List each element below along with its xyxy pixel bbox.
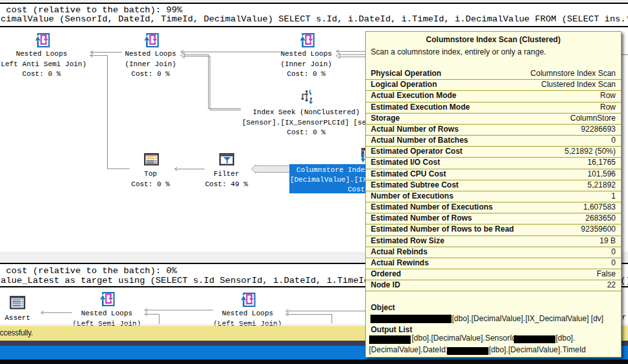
nested-loops-3-labels[interactable]: Nested Loops(Inner Join)Cost: 0 % [280, 49, 332, 80]
tooltip-object-value: [dbo].[DecimalValue].[IX_DecimalValue] [… [452, 314, 604, 323]
index-seek-icon[interactable] [298, 89, 314, 104]
tooltip-row-label: Estimated Row Size [371, 236, 444, 245]
tooltip-row-label: Logical Operation [371, 80, 437, 89]
nested-loops-5-icon[interactable] [240, 292, 256, 308]
tooltip-row-label: Estimated Number of Executions [371, 202, 493, 212]
tooltip-row: StorageColumnStore [366, 114, 622, 125]
nested-loops-3-label: Cost: 0 % [280, 69, 332, 80]
tooltip-row-label: Estimated Number of Rows to be Read [371, 224, 514, 234]
tooltip-row: Estimated Operator Cost5,21892 (50%) [366, 147, 622, 158]
tooltip-row-value: 16,1765 [588, 158, 616, 167]
tooltip-row: Actual Number of Batches0 [366, 136, 622, 147]
tooltip-row-value: 1 [611, 191, 616, 200]
tooltip-row-value: ColumnStore [570, 114, 616, 123]
tooltip-row: Actual Number of Rows92286693 [366, 125, 622, 136]
filter-icon[interactable] [219, 153, 234, 165]
nested-loops-3-icon[interactable] [299, 32, 315, 48]
tooltip-row: Estimated CPU Cost101,596 [366, 169, 622, 180]
assert-labels[interactable]: Assert [5, 313, 30, 324]
tooltip-row-value: False [597, 269, 616, 278]
nested-loops-2-label: Nested Loops [125, 49, 176, 60]
nested-loops-2-labels[interactable]: Nested Loops(Inner Join)Cost: 0 % [125, 49, 176, 80]
tooltip-row-label: Storage [371, 114, 400, 123]
nested-loops-2-label: Cost: 0 % [125, 69, 176, 80]
tooltip-row-value: 92359600 [581, 224, 616, 234]
tooltip-row-value: Row [600, 91, 616, 100]
arrow-nl4-to-assert [41, 311, 72, 314]
tooltip-row-value: 0 [611, 258, 616, 267]
redaction-box-out2 [447, 347, 489, 355]
top-label: Cost: 0 % [131, 180, 169, 190]
nested-loops-1-label: Cost: 0 % [0, 69, 86, 80]
tooltip-row: Logical OperationClustered Index Scan [366, 80, 622, 91]
tooltip-output-1a: [dbo].[DecimalValue].SensorId; [412, 334, 519, 343]
arrow-filter-to-top [175, 167, 205, 171]
nested-loops-2-label: (Inner Join) [125, 60, 176, 70]
tooltip-row: Node ID22 [366, 280, 622, 291]
index-seek-label: Index Seek (NonClustered) [242, 108, 370, 118]
tooltip-row: Estimated Number of Executions1,607583 [366, 202, 622, 213]
ssms-execution-plan-view: cost (relative to the batch): 99% cimalV… [0, 0, 628, 364]
tooltip-row: Physical OperationColumnstore Index Scan [366, 69, 622, 80]
redaction-box-object [370, 315, 452, 323]
tooltip-row-label: Actual Rebinds [371, 247, 428, 256]
taskbar-edge [0, 359, 628, 364]
tooltip-row: Estimated Subtree Cost5,21892 [366, 180, 622, 191]
tooltip-row-label: Estimated Operator Cost [371, 147, 463, 156]
tooltip-row-label: Actual Execution Mode [371, 91, 457, 100]
nested-loops-1-label: Nested Loops [0, 49, 86, 60]
tooltip-row: Estimated Row Size19 B [366, 236, 622, 247]
tooltip-row-value: Columnstore Index Scan [531, 69, 616, 78]
tooltip-row: Estimated Number of Rows2683650 [366, 213, 622, 224]
top-labels[interactable]: TopCost: 0 % [131, 169, 169, 189]
tooltip-row-value: 0 [611, 247, 616, 256]
tooltip-row-value: 2683650 [585, 213, 616, 223]
arrow-columnstore-to-filter-fat [252, 165, 290, 173]
tooltip-row-label: Actual Number of Rows [371, 125, 459, 134]
nested-loops-1-label: (Left Anti Semi Join) [0, 60, 86, 70]
top-label: Top [131, 169, 169, 180]
tooltip-row: Number of Executions1 [366, 191, 622, 202]
tooltip-row: Actual Rebinds0 [366, 247, 622, 258]
nested-loops-3-label: Nested Loops [280, 49, 332, 60]
assert-icon[interactable] [10, 296, 25, 309]
tooltip-row-label: Number of Executions [371, 191, 453, 200]
occluded-node-label-fragment: r [622, 313, 627, 321]
tooltip-row: Actual Rewinds0 [366, 258, 622, 269]
tooltip-row-value: Row [600, 103, 616, 112]
nested-loops-1-labels[interactable]: Nested Loops(Left Anti Semi Join)Cost: 0… [0, 49, 86, 80]
tooltip-row-value: 5,21892 (50%) [564, 147, 616, 156]
arrow-nl5-to-nl4 [145, 308, 213, 311]
tooltip-properties: Physical OperationColumnstore Index Scan… [366, 69, 622, 291]
filter-labels[interactable]: FilterCost: 49 % [205, 169, 248, 189]
nested-loops-2-icon[interactable] [143, 32, 159, 48]
tooltip-row-label: Estimated CPU Cost [371, 169, 446, 178]
tooltip-row-value: 22 [607, 280, 616, 289]
tooltip-output-2b: [dbo].[DecimalValue].TimeId [489, 345, 586, 354]
query-success-message: ccessfully. [0, 328, 33, 337]
arrow-below-to-nl5 [286, 313, 332, 324]
tooltip-title: Columnstore Index Scan (Clustered) [366, 35, 622, 44]
tooltip-row-value: 0 [611, 136, 616, 145]
assert-label: Assert [5, 313, 30, 324]
nested-loops-3-label: (Inner Join) [280, 60, 332, 70]
tooltip-row-value: 1,607583 [583, 202, 616, 212]
index-seek-labels[interactable]: Index Seek (NonClustered)[Sensor].[IX_Se… [242, 108, 370, 138]
tooltip-output-2a: [DecimalValue].DateId; [369, 345, 448, 354]
index-seek-label: Cost: 0 % [242, 128, 370, 138]
tooltip-row-label: Estimated I/O Cost [371, 158, 441, 167]
nested-loops-4-icon[interactable] [99, 291, 115, 307]
tooltip-row-value: 5,21892 [588, 180, 616, 189]
tooltip-row-value: 92286693 [581, 125, 616, 134]
nested-loops-1-icon[interactable] [34, 32, 50, 48]
tooltip-row-label: Physical Operation [371, 69, 442, 78]
top-icon[interactable] [144, 153, 159, 165]
tooltip-row-value: Clustered Index Scan [541, 80, 616, 89]
arrow-nl2-to-nl1 [91, 51, 123, 54]
tooltip-row-label: Actual Number of Batches [371, 136, 468, 145]
tooltip-row-label: Estimated Subtree Cost [371, 180, 459, 189]
operator-tooltip: Columnstore Index Scan (Clustered) Scan … [365, 31, 622, 358]
tooltip-row-value: 19 B [599, 236, 616, 245]
tooltip-row: Estimated Execution ModeRow [366, 103, 622, 114]
arrow-indexseek-to-nl2 [180, 53, 241, 110]
